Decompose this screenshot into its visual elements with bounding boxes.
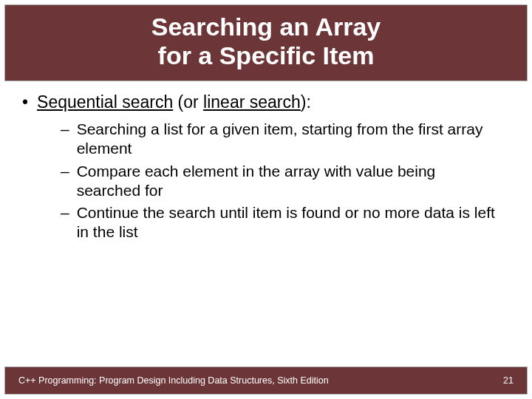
main-bullet-text: Sequential search (or linear search): bbox=[37, 92, 311, 114]
sub-bullet-text-1: Searching a list for a given item, start… bbox=[77, 120, 497, 159]
footer-text: C++ Programming: Program Design Includin… bbox=[18, 375, 329, 386]
bullet-suffix: ): bbox=[301, 92, 311, 112]
sub-bullet-text-3: Continue the search until item is found … bbox=[77, 203, 497, 242]
slide-title: Searching an Array for a Specific Item bbox=[5, 13, 527, 70]
page-number: 21 bbox=[503, 375, 514, 386]
bullet-mid: (or bbox=[173, 92, 203, 112]
bullet-dot: • bbox=[22, 92, 28, 114]
term-linear-search: linear search bbox=[203, 92, 301, 112]
sub-bullet: – Compare each element in the array with… bbox=[61, 162, 497, 201]
term-sequential-search: Sequential search bbox=[37, 92, 173, 112]
dash-icon: – bbox=[61, 203, 69, 222]
title-line-2: for a Specific Item bbox=[158, 41, 375, 69]
slide-content: • Sequential search (or linear search): … bbox=[0, 81, 532, 242]
dash-icon: – bbox=[61, 120, 69, 139]
main-bullet: • Sequential search (or linear search): bbox=[21, 92, 511, 114]
sub-bullet-text-2: Compare each element in the array with v… bbox=[77, 162, 497, 201]
dash-icon: – bbox=[61, 162, 69, 181]
slide-title-bar: Searching an Array for a Specific Item bbox=[4, 4, 528, 81]
sub-bullet: – Continue the search until item is foun… bbox=[61, 203, 497, 242]
sub-bullet: – Searching a list for a given item, sta… bbox=[61, 120, 497, 159]
slide-footer: C++ Programming: Program Design Includin… bbox=[4, 366, 528, 395]
title-line-1: Searching an Array bbox=[151, 13, 381, 41]
